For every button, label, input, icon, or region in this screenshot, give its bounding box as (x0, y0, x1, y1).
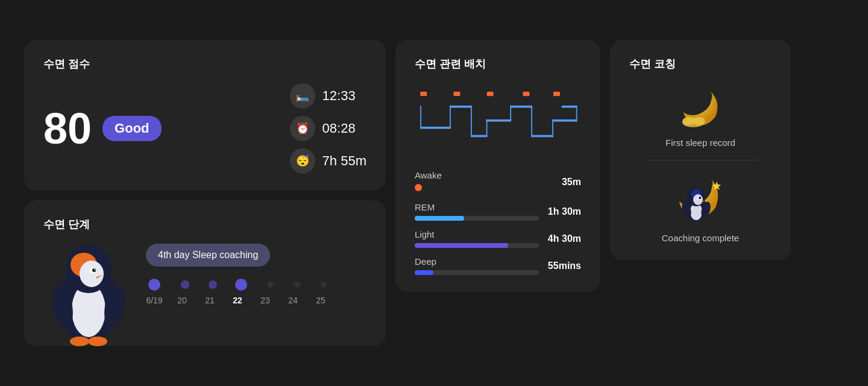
date-2: 21 (201, 296, 218, 305)
stage-deep: Deep 55mins (415, 256, 581, 275)
stage-light-name: Light (415, 229, 539, 239)
dashboard: 수면 점수 80 Good 🛏️ 12:33 ⏰ 08:28 (0, 16, 868, 370)
first-sleep-label: First sleep record (665, 138, 735, 148)
svg-point-4 (80, 261, 104, 287)
penguin-moon-badge-icon (673, 172, 728, 227)
time-section: 🛏️ 12:33 ⏰ 08:28 😴 7h 55m (290, 83, 366, 174)
svg-rect-16 (523, 92, 529, 96)
date-6: 25 (312, 296, 329, 305)
svg-rect-32 (576, 106, 577, 121)
svg-point-41 (693, 194, 703, 205)
duration-row: 😴 7h 55m (290, 148, 366, 174)
dot-6[interactable] (294, 282, 300, 288)
svg-rect-26 (510, 106, 511, 121)
bedtime-row: 🛏️ 12:33 (290, 83, 366, 109)
duration-value: 7h 55m (322, 153, 366, 169)
svg-rect-15 (487, 92, 494, 96)
coaching-item-complete: Coaching complete (662, 172, 739, 243)
svg-rect-18 (420, 106, 421, 128)
sleep-badges-title: 수면 관련 배치 (415, 57, 581, 71)
stage-light: Light 4h 30m (415, 229, 581, 248)
duration-icon: 😴 (290, 148, 315, 174)
svg-rect-14 (453, 92, 460, 96)
sleep-stage-title: 수면 단계 (43, 217, 366, 232)
sleep-score-badge: Good (102, 116, 161, 141)
penguin-area (43, 244, 134, 346)
light-bar-container (415, 243, 539, 248)
date-4: 23 (257, 296, 274, 305)
sleep-coaching-title: 수면 코칭 (629, 57, 772, 71)
stage-rem-name: REM (415, 202, 539, 212)
dot-2[interactable] (181, 280, 189, 289)
sleep-coaching-card: 수면 코칭 (610, 40, 791, 260)
left-column: 수면 점수 80 Good 🛏️ 12:33 ⏰ 08:28 (24, 40, 386, 346)
dot-5[interactable] (268, 282, 274, 288)
svg-point-12 (88, 337, 107, 346)
coaching-divider (644, 160, 758, 160)
stage-rem: REM 1h 30m (415, 202, 581, 221)
coaching-complete-label: Coaching complete (662, 233, 739, 243)
svg-rect-23 (471, 135, 488, 138)
awake-indicator (415, 184, 422, 191)
date-5: 24 (285, 296, 301, 305)
score-section: 80 Good (43, 107, 290, 150)
svg-rect-20 (450, 106, 451, 128)
bed-icon: 🛏️ (290, 83, 315, 109)
coaching-badge: 4th day Sleep coaching (146, 244, 270, 267)
stage-rem-time: 1h 30m (539, 206, 581, 217)
dot-3[interactable] (209, 280, 217, 289)
waketime-value: 08:28 (322, 121, 356, 136)
svg-rect-13 (420, 92, 427, 96)
svg-rect-30 (552, 119, 553, 136)
date-dots: 6/19 20 21 22 23 24 25 (146, 279, 366, 305)
sleep-score-card: 수면 점수 80 Good 🛏️ 12:33 ⏰ 08:28 (24, 40, 386, 191)
date-3: 22 (229, 296, 246, 305)
svg-rect-19 (420, 127, 451, 129)
sleep-score-title: 수면 점수 (43, 57, 366, 71)
sleep-badges-card: 수면 관련 배치 (395, 40, 600, 292)
svg-rect-24 (486, 119, 488, 136)
svg-rect-31 (552, 119, 577, 122)
sleep-chart (415, 83, 581, 156)
svg-rect-22 (471, 106, 472, 136)
stage-awake-time: 35m (539, 177, 581, 188)
svg-point-36 (693, 117, 705, 125)
stage-awake: Awake 35m (415, 170, 581, 194)
stage-light-time: 4h 30m (539, 233, 581, 244)
stage-deep-name: Deep (415, 256, 539, 267)
rem-bar (415, 216, 464, 221)
svg-rect-33 (562, 106, 577, 108)
stage-deep-time: 55mins (539, 261, 581, 271)
dot-4[interactable] (235, 279, 247, 291)
svg-rect-28 (531, 106, 532, 136)
deep-bar-container (415, 270, 539, 275)
stage-list: Awake 35m REM 1h 30m Light (415, 170, 581, 275)
svg-point-6 (92, 268, 96, 272)
bedtime-value: 12:33 (322, 88, 356, 104)
svg-rect-27 (510, 106, 532, 108)
stage-right: 4th day Sleep coaching 6/19 (146, 244, 366, 305)
deep-bar (415, 270, 433, 275)
svg-rect-17 (553, 92, 560, 96)
dates-row: 6/19 20 21 22 23 24 25 (146, 296, 366, 305)
svg-rect-21 (450, 106, 472, 108)
light-bar (415, 243, 508, 248)
svg-point-43 (699, 197, 701, 199)
sleep-stage-card: 수면 단계 (24, 200, 386, 346)
stage-awake-name: Awake (415, 170, 539, 180)
sleep-score-number: 80 (43, 107, 92, 150)
dot-1[interactable] (148, 279, 160, 291)
rem-bar-container (415, 216, 539, 221)
penguin-illustration (43, 244, 134, 346)
alarm-icon: ⏰ (290, 116, 315, 141)
coaching-item-first: First sleep record (665, 83, 735, 148)
svg-point-7 (94, 269, 95, 270)
svg-point-11 (70, 337, 89, 346)
svg-rect-25 (486, 119, 511, 122)
svg-rect-29 (531, 135, 553, 138)
waketime-row: ⏰ 08:28 (290, 116, 366, 141)
date-0: 6/19 (146, 296, 163, 305)
dot-7[interactable] (321, 282, 327, 288)
moon-badge-icon (676, 83, 725, 131)
coaching-items: First sleep record (629, 83, 772, 243)
